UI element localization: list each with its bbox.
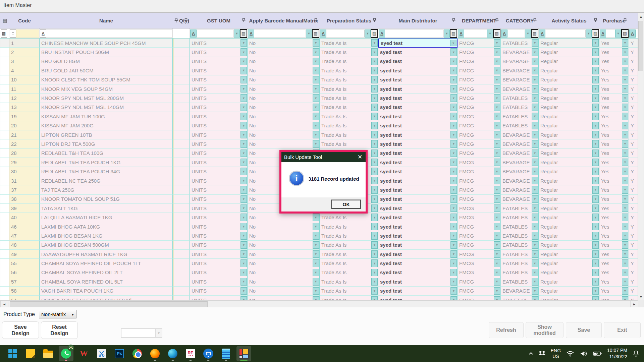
cell-dropdown-button[interactable]: ▼ xyxy=(494,232,500,239)
cell-dropdown-button[interactable]: ▼ xyxy=(450,140,457,147)
cell-dropdown-button[interactable]: ▼ xyxy=(371,287,378,295)
cell-dist[interactable]: syed test▼ xyxy=(378,259,458,268)
cell-ind[interactable] xyxy=(0,167,9,176)
cell-qty[interactable] xyxy=(173,296,190,300)
taskbar-icon-chrome[interactable] xyxy=(130,346,145,361)
cell-uom[interactable]: UNITS▼ xyxy=(190,94,248,103)
cell-cat[interactable]: EATABLES▼ xyxy=(501,39,539,48)
scroll-down-arrow[interactable]: ▼ xyxy=(638,293,644,300)
cell-qty[interactable] xyxy=(173,103,190,112)
cell-prep[interactable]: Trade As Is▼ xyxy=(320,75,378,84)
cell-dropdown-button[interactable]: ▼ xyxy=(371,94,378,102)
cell-uom[interactable]: UNITS▼ xyxy=(190,185,248,194)
cell-prep[interactable]: Trade As Is▼ xyxy=(320,103,378,112)
cell-part[interactable]: Y xyxy=(629,149,638,158)
cell-dropdown-button[interactable]: ▼ xyxy=(371,278,378,285)
cell-pur[interactable]: Yes▼ xyxy=(599,75,629,84)
cell-dropdown-button[interactable]: ▼ xyxy=(450,94,457,102)
product-type-select[interactable]: Non-Matrix ▼ xyxy=(39,310,76,318)
cell-dropdown-button[interactable]: ▼ xyxy=(592,259,599,267)
cell-prep[interactable]: Trade As Is▼ xyxy=(320,121,378,130)
cell-dist[interactable]: syed test▼ xyxy=(378,213,458,222)
cell-dist[interactable]: syed test▼ xyxy=(378,94,458,103)
cell-dropdown-button[interactable]: ▼ xyxy=(494,58,500,65)
cell-dropdown-button[interactable]: ▼ xyxy=(622,39,628,47)
cell-dropdown-button[interactable]: ▼ xyxy=(450,241,457,249)
cell-part[interactable]: Y xyxy=(629,130,638,139)
cell-ind[interactable] xyxy=(0,39,9,48)
cell-dropdown-button[interactable]: ▼ xyxy=(313,67,319,74)
cell-dept[interactable]: FMCG▼ xyxy=(458,204,501,213)
cell-qty[interactable] xyxy=(173,139,190,148)
cell-dept[interactable]: FMCG▼ xyxy=(458,287,501,296)
cell-code[interactable]: 3 xyxy=(9,57,40,66)
cell-name[interactable]: CHAMBAL SOYA REFINED OIL 2LT xyxy=(40,268,173,277)
cell-dropdown-button[interactable]: ▼ xyxy=(532,259,538,267)
cell-dropdown-button[interactable]: ▼ xyxy=(371,159,378,166)
cell-pur[interactable]: Yes▼ xyxy=(599,287,629,296)
cell-name[interactable]: REDLABEL T&H TEA 100G xyxy=(40,149,173,158)
cell-pur[interactable]: Yes▼ xyxy=(599,48,629,57)
cell-dropdown-button[interactable]: ▼ xyxy=(313,259,319,267)
cell-barcode[interactable]: No▼ xyxy=(248,75,320,84)
dialog-titlebar[interactable]: Bulk Update Tool ✕ xyxy=(281,152,366,162)
cell-dropdown-button[interactable]: ▼ xyxy=(450,48,457,56)
cell-dropdown-button[interactable]: ▼ xyxy=(532,159,538,166)
cell-ind[interactable] xyxy=(0,139,9,148)
cell-dropdown-button[interactable]: ▼ xyxy=(592,177,599,184)
cell-dropdown-button[interactable]: ▼ xyxy=(532,122,538,129)
cell-code[interactable]: 64 xyxy=(9,296,40,300)
cell-part[interactable]: Y xyxy=(629,287,638,296)
cell-part[interactable]: Y xyxy=(629,139,638,148)
cell-ind[interactable] xyxy=(0,213,9,222)
cell-code[interactable]: 20 xyxy=(9,121,40,130)
cell-dropdown-button[interactable]: ▼ xyxy=(622,168,628,175)
cell-dropdown-button[interactable]: ▼ xyxy=(622,278,628,285)
cell-prep[interactable]: Trade As Is▼ xyxy=(320,231,378,240)
cell-dept[interactable]: FMCG▼ xyxy=(458,195,501,204)
cell-dropdown-button[interactable]: ▼ xyxy=(313,122,319,129)
cell-code[interactable]: 57 xyxy=(9,277,40,286)
cell-dropdown-button[interactable]: ▼ xyxy=(532,39,538,47)
cell-dropdown-button[interactable]: ▼ xyxy=(494,204,500,212)
cell-pur[interactable]: Yes▼ xyxy=(599,121,629,130)
filter-lookup-button[interactable]: ▨ xyxy=(240,29,247,38)
cell-dropdown-button[interactable]: ▼ xyxy=(240,159,247,166)
cell-dropdown-button[interactable]: ▼ xyxy=(494,259,500,267)
cell-qty[interactable] xyxy=(173,222,190,231)
cell-dropdown-button[interactable]: ▼ xyxy=(240,140,247,147)
pur-filter-input[interactable] xyxy=(606,29,615,38)
empty-combo-box[interactable]: ▼ xyxy=(121,328,162,338)
cell-act[interactable]: Regular▼ xyxy=(539,48,599,57)
cell-uom[interactable]: UNITS▼ xyxy=(190,167,248,176)
cell-uom[interactable]: UNITS▼ xyxy=(190,39,248,48)
cell-code[interactable]: 31 xyxy=(9,176,40,185)
cell-dropdown-button[interactable]: ▼ xyxy=(371,76,378,83)
column-header-uom[interactable]: GST UOM xyxy=(190,13,248,28)
cell-dept[interactable]: FMCG▼ xyxy=(458,48,501,57)
cell-name[interactable]: REDLABEL T&H TEA POUCH 1KG xyxy=(40,158,173,167)
cell-act[interactable]: Regular▼ xyxy=(539,39,599,48)
cell-act[interactable]: Regular▼ xyxy=(539,195,599,204)
cell-dropdown-button[interactable]: ▼ xyxy=(592,269,599,276)
cell-dropdown-button[interactable]: ▼ xyxy=(622,177,628,184)
cell-dropdown-button[interactable]: ▼ xyxy=(592,67,599,74)
cell-dropdown-button[interactable]: ▼ xyxy=(592,85,599,93)
cell-name[interactable]: CHAMBAL SOYA REFINED OIL 5LT xyxy=(40,277,173,286)
cell-dist[interactable]: syed test▼ xyxy=(378,287,458,296)
cell-dropdown-button[interactable]: ▼ xyxy=(313,39,319,47)
cell-barcode[interactable]: No▼ xyxy=(248,231,320,240)
cell-dropdown-button[interactable]: ▼ xyxy=(240,278,247,285)
cell-uom[interactable]: UNITS▼ xyxy=(190,112,248,121)
cell-dropdown-button[interactable]: ▼ xyxy=(622,140,628,147)
cell-pur[interactable]: Yes▼ xyxy=(599,84,629,94)
cell-dropdown-button[interactable]: ▼ xyxy=(240,195,247,203)
cell-dropdown-button[interactable]: ▼ xyxy=(494,269,500,276)
cell-uom[interactable]: UNITS▼ xyxy=(190,277,248,286)
cell-dropdown-button[interactable]: ▼ xyxy=(622,296,628,300)
cell-barcode[interactable]: No▼ xyxy=(248,112,320,121)
cell-qty[interactable] xyxy=(173,185,190,194)
cell-dropdown-button[interactable]: ▼ xyxy=(592,296,599,300)
cell-pur[interactable]: Yes▼ xyxy=(599,112,629,121)
cell-dropdown-button[interactable]: ▼ xyxy=(313,241,319,249)
